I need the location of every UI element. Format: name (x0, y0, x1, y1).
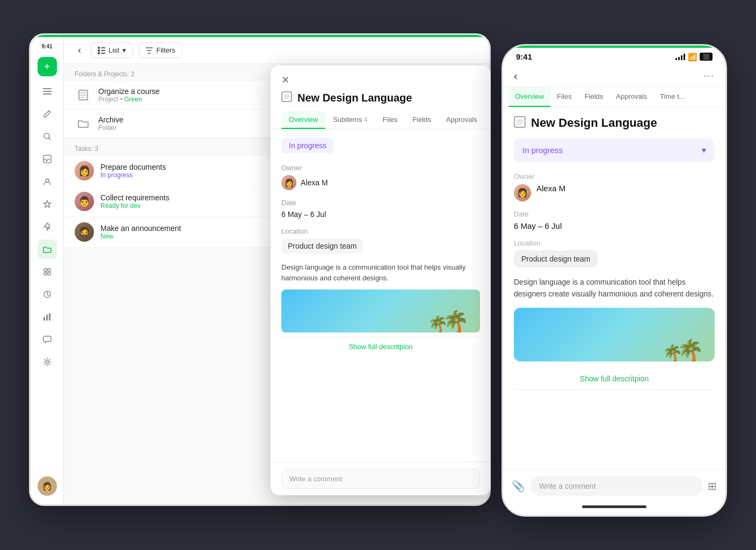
phone-palm-large: 🌴 (677, 340, 704, 361)
phone-owner-name: Alexa M (536, 184, 565, 193)
phone-header: ‹ ··· (503, 66, 725, 87)
attachment-icon[interactable]: 📎 (512, 480, 525, 493)
phone-tab-overview[interactable]: Overview (508, 87, 550, 107)
svg-rect-4 (43, 155, 51, 163)
svg-rect-1 (43, 91, 52, 92)
task-status-1: Ready for dev (100, 202, 169, 209)
list-label: List (108, 46, 119, 54)
filter-button[interactable]: Filters (139, 42, 182, 58)
sidebar-icon-pin[interactable] (38, 217, 57, 236)
sidebar-icon-star[interactable] (38, 194, 57, 214)
svg-rect-19 (101, 47, 105, 48)
phone-tab-approvals[interactable]: Approvals (609, 87, 653, 107)
panel-body: In progress Owner 👩 Alexa M Date 6 May –… (271, 129, 491, 462)
tab-fields[interactable]: Fields (405, 111, 439, 129)
sidebar-icon-menu[interactable] (38, 82, 57, 101)
task-name-2: Make an announcement (100, 224, 181, 233)
task-status-0: In progress (100, 171, 166, 179)
svg-rect-16 (98, 47, 100, 49)
sidebar-icon-comment[interactable] (38, 330, 57, 349)
phone-description: Design language is a communication tool … (514, 276, 715, 300)
project-name: Organize a course (98, 87, 159, 96)
bar1 (675, 58, 677, 60)
wifi-icon: 📶 (688, 53, 697, 61)
location-label: Location (281, 227, 480, 235)
add-button[interactable]: + (38, 57, 57, 76)
date-value: 6 May – 6 Jul (281, 210, 480, 219)
filter-label: Filters (156, 46, 175, 54)
panel-image: 🌴 🌴 (281, 290, 480, 332)
comment-input[interactable]: Write a comment (281, 469, 480, 489)
task-icon (281, 91, 292, 105)
phone-tab-time[interactable]: Time t... (653, 87, 691, 107)
svg-rect-17 (98, 49, 100, 52)
owner-row: 👩 Alexa M (281, 175, 480, 190)
owner-name: Alexa M (301, 178, 328, 187)
svg-point-15 (46, 361, 48, 364)
sidebar-icon-folder[interactable] (38, 240, 57, 259)
phone-home-bar (503, 502, 725, 515)
phone-back-button[interactable]: ‹ (514, 70, 518, 82)
svg-rect-6 (44, 269, 47, 271)
sidebar-icon-edit[interactable] (38, 104, 57, 124)
phone-tab-files[interactable]: Files (550, 87, 578, 107)
phone-title-row: New Design Language (514, 116, 715, 130)
phone-frame: 9:41 📶 ⬛ ‹ ··· Overview Files Fields App… (501, 44, 727, 517)
sidebar-icon-chart[interactable] (38, 307, 57, 327)
sidebar-icon-contacts[interactable] (38, 172, 57, 191)
main-header: ‹ List ▾ Filters (64, 35, 489, 64)
tab-approvals[interactable]: Approvals (439, 111, 480, 129)
sidebar-icon-grid[interactable] (38, 262, 57, 281)
svg-rect-7 (48, 269, 50, 271)
tab-files[interactable]: Files (375, 111, 405, 129)
svg-rect-12 (46, 315, 48, 321)
phone-more-button[interactable]: ··· (703, 70, 715, 82)
list-icon (98, 47, 105, 54)
palm-tree-large: 🌴 (442, 311, 469, 332)
tab-overview[interactable]: Overview (281, 111, 325, 129)
svg-rect-18 (98, 52, 100, 54)
phone-image: 🌴 🌴 (514, 308, 715, 361)
sidebar-icon-inbox[interactable] (38, 149, 57, 169)
phone-show-description-button[interactable]: Show full descritpion (514, 368, 715, 390)
user-avatar[interactable]: 👩 (38, 476, 57, 496)
sidebar-icon-search[interactable] (38, 127, 57, 146)
svg-rect-2 (43, 93, 52, 95)
list-view-button[interactable]: List ▾ (91, 42, 133, 58)
phone-status-dropdown[interactable]: In progress ▾ (514, 139, 715, 162)
phone-location-tag: Product design team (514, 250, 598, 267)
phone-tab-fields[interactable]: Fields (578, 87, 610, 107)
phone-task-icon (514, 116, 526, 130)
camera-icon[interactable]: ⊞ (708, 480, 717, 493)
show-description-button[interactable]: Show full descritpion (281, 337, 480, 356)
owner-avatar: 👩 (281, 175, 296, 190)
tab-subitems[interactable]: Subitems 4 (325, 111, 375, 129)
task-info-1: Collect requirements Ready for dev (100, 193, 169, 209)
project-info-archive: Archive Folder (98, 115, 123, 132)
bar4 (684, 54, 685, 60)
phone-time: 9:41 (516, 52, 532, 61)
svg-rect-20 (101, 50, 105, 51)
project-type: Project (98, 96, 118, 103)
sidebar-icon-clock[interactable] (38, 285, 57, 304)
task-name-1: Collect requirements (100, 193, 169, 202)
phone-comment-bar: 📎 Write a comment ⊞ (503, 469, 725, 502)
close-button[interactable]: ✕ (281, 74, 480, 86)
svg-rect-0 (43, 88, 52, 89)
project-meta-archive: Folder (98, 124, 123, 132)
chevron-down-icon: ▾ (702, 145, 706, 155)
phone-comment-input[interactable]: Write a comment (530, 476, 702, 496)
phone-date-value: 6 May – 6 Jul (514, 221, 715, 230)
bar2 (678, 57, 680, 60)
project-meta: Project • Green (98, 96, 159, 103)
bar3 (681, 55, 682, 60)
phone-owner-label: Owner (514, 172, 715, 180)
back-button[interactable]: ‹ (75, 44, 84, 57)
owner-label: Owner (281, 164, 480, 172)
sidebar-icon-settings[interactable] (38, 352, 57, 372)
phone-date-label: Date (514, 210, 715, 218)
phone-date-section: Date 6 May – 6 Jul (514, 210, 715, 230)
phone-status-text: In progress (522, 146, 563, 155)
sidebar: 9:41 + (31, 35, 64, 504)
date-field: Date 6 May – 6 Jul (281, 199, 480, 219)
